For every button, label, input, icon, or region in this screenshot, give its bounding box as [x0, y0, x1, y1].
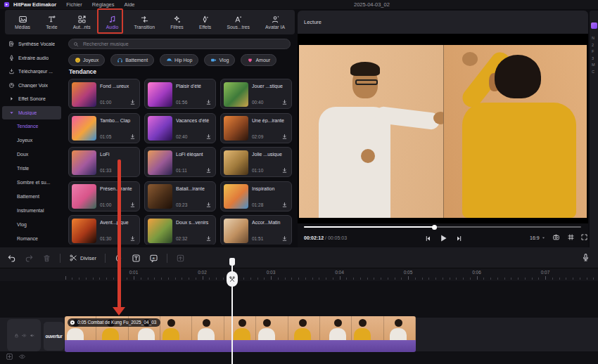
tab-avatar-ia[interactable]: Avatar IA [257, 10, 293, 34]
download-icon[interactable] [281, 99, 288, 105]
snapshot-icon[interactable] [552, 233, 560, 241]
sidebar-subitem-joyeux[interactable]: Joyeux [0, 134, 63, 148]
sidebar-item-t-l-chargeur[interactable]: Téléchargeur ... [2, 65, 61, 79]
play-icon[interactable] [438, 233, 448, 243]
music-card-une-p-irante[interactable]: Une ép...irante02:09 [220, 113, 292, 143]
track-lock-icon[interactable] [14, 333, 19, 338]
ruler-tick [113, 278, 114, 280]
music-card-pr-sen-irante[interactable]: Présen...irante01:00 [68, 181, 140, 212]
playback-progress-bar[interactable] [298, 223, 588, 230]
download-icon[interactable] [281, 235, 288, 242]
ruler-tick [573, 278, 573, 280]
fullscreen-icon[interactable] [580, 233, 588, 241]
download-icon[interactable] [281, 202, 288, 208]
music-card-accor-matin[interactable]: Accor...Matin01:51 [220, 215, 292, 245]
sidebar-subitem-label: Romance [17, 236, 38, 241]
sidebar-subitem-battement[interactable]: Battement [0, 189, 63, 203]
tab-sous-tres[interactable]: Sous...tres [219, 10, 257, 34]
sidebar-subitem-doux[interactable]: Doux [0, 148, 63, 162]
music-card-jouer-stique[interactable]: Jouer ...stique00:40 [220, 79, 292, 109]
music-title: Avent...pique [100, 220, 138, 225]
download-icon[interactable] [281, 167, 288, 174]
tab-m-dias[interactable]: Médias [7, 10, 38, 34]
menu-r-glages[interactable]: Réglages [92, 1, 115, 8]
split-button[interactable]: Diviser [69, 254, 96, 262]
ruler-tick [504, 278, 505, 280]
tab-aut-nts[interactable]: Aut...nts [65, 10, 98, 34]
mask-icon[interactable] [114, 254, 123, 263]
download-icon[interactable] [205, 99, 212, 105]
track-mute-icon[interactable] [30, 333, 34, 338]
sidebar-item-musique[interactable]: Musique [2, 106, 61, 120]
add-media-icon[interactable] [6, 353, 13, 360]
timeline-ruler[interactable]: 0:010:020:030:040:050:060:07 [0, 268, 598, 281]
sidebar-subitem-romance[interactable]: Romance [0, 231, 63, 245]
tab-texte[interactable]: Texte [38, 10, 65, 34]
music-card-doux-s-venirs[interactable]: Doux s...venirs02:32 [144, 215, 216, 245]
grid-icon[interactable] [567, 233, 575, 241]
music-card-avent-pique[interactable]: Avent...pique01:30 [68, 215, 140, 245]
music-card-inspiration[interactable]: Inspiration01:28 [220, 181, 292, 212]
music-card-lofi-l-gant[interactable]: LoFi élégant01:11 [144, 147, 216, 177]
download-icon[interactable] [129, 235, 136, 242]
prev-frame-icon[interactable] [424, 235, 432, 242]
media-icon [18, 15, 27, 24]
chip-joyeux[interactable]: Joyeux [68, 54, 105, 66]
download-icon[interactable] [205, 167, 212, 174]
download-icon[interactable] [281, 134, 288, 140]
sidebar-subitem-triste[interactable]: Triste [0, 162, 63, 176]
download-icon[interactable] [205, 202, 212, 208]
music-card-batail-irante[interactable]: Batail...irante03:23 [144, 181, 216, 212]
music-duration: 02:40 [176, 134, 187, 139]
text-box-icon[interactable] [132, 254, 141, 263]
music-card-fond-ureux[interactable]: Fond ...ureux01:00 [68, 79, 140, 109]
sidebar-item-changer-voix[interactable]: Changer Voix [2, 79, 61, 93]
next-frame-icon[interactable] [455, 235, 463, 242]
download-icon[interactable] [205, 134, 212, 140]
download-icon[interactable] [205, 235, 212, 242]
clipped-text: 2 [592, 43, 595, 47]
delete-icon[interactable] [42, 254, 51, 263]
export-icon[interactable] [176, 254, 185, 263]
music-card-vacances-d-t[interactable]: Vacances d'été02:40 [144, 113, 216, 143]
undo-icon[interactable] [7, 254, 16, 263]
track-label-chip[interactable]: ouvertur [44, 322, 64, 351]
menu-aide[interactable]: Aide [125, 1, 135, 8]
sidebar-item-effet-sonore[interactable]: Effet Sonore [2, 92, 61, 106]
video-clip[interactable]: 0:05 Combat de Kung Fu_2025_04_03 [65, 316, 416, 352]
music-card-lofi[interactable]: LoFi01:33 [68, 147, 140, 177]
music-card-plaisir-d-t[interactable]: Plaisir d'été01:56 [144, 79, 216, 109]
chip-hip-hop[interactable]: Hip Hop [160, 54, 198, 66]
redo-icon[interactable] [25, 254, 34, 263]
chip-label: Joyeux [83, 58, 98, 63]
tab-effets[interactable]: Effets [191, 10, 219, 34]
download-icon[interactable] [129, 99, 136, 105]
sidebar-subitem-vlog[interactable]: Vlog [0, 217, 63, 231]
aspect-ratio-select[interactable]: 16:9 [530, 235, 546, 240]
menu-fichier[interactable]: Fichier [66, 1, 82, 8]
track-eye-icon[interactable] [18, 353, 26, 360]
ai-caption-icon[interactable]: AI [149, 254, 158, 263]
tab-transition[interactable]: Transition [126, 10, 163, 34]
track-eye-icon[interactable] [22, 333, 27, 338]
tab-audio[interactable]: Audio [98, 10, 127, 34]
sidebar-subitem-label: Doux [17, 152, 28, 157]
sidebar-item-synth-se-vocale[interactable]: Synthèse Vocale [2, 37, 61, 51]
sidebar-subitem-instrumental[interactable]: Instrumental [0, 203, 63, 217]
music-card-tambo-clap[interactable]: Tambo... Clap01:05 [68, 113, 140, 143]
sidebar-subitem-tendance[interactable]: Tendance [0, 119, 63, 134]
sidebar-subitem-sombre-et-su[interactable]: Sombre et su... [0, 176, 63, 190]
tab-filtres[interactable]: Filtres [163, 10, 191, 34]
progress-knob[interactable] [432, 225, 437, 230]
chip-vlog[interactable]: Vlog [204, 54, 235, 66]
chip-amour[interactable]: Amour [241, 54, 276, 66]
sidebar-item-extraire-audio[interactable]: Extraire audio [2, 51, 61, 65]
download-icon[interactable] [129, 202, 136, 208]
search-bar[interactable] [68, 39, 291, 49]
search-input[interactable] [82, 41, 286, 47]
record-mic-icon[interactable] [581, 253, 590, 262]
music-card-jolie-usique[interactable]: Jolie ...usique01:10 [220, 147, 292, 177]
music-title: LoFi [100, 152, 138, 157]
chip-battement[interactable]: Battement [110, 54, 154, 66]
download-icon[interactable] [129, 134, 136, 140]
